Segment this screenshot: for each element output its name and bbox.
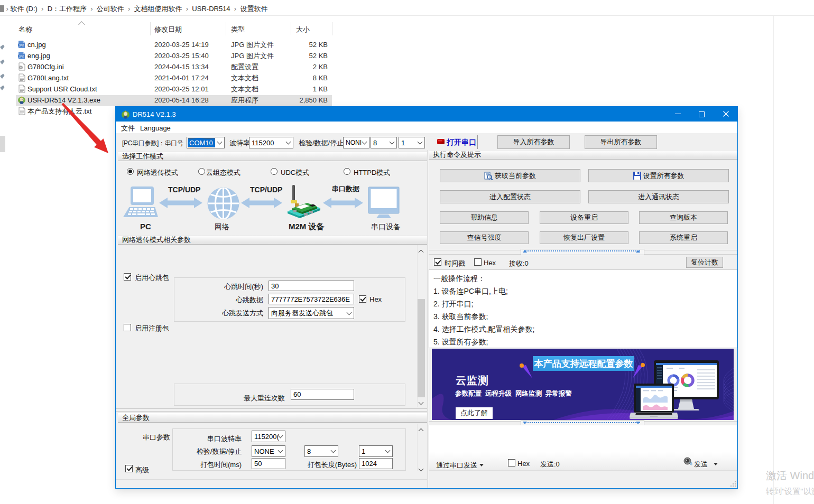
svg-text:JPG: JPG bbox=[18, 55, 24, 58]
svg-text:JPG: JPG bbox=[18, 44, 24, 47]
